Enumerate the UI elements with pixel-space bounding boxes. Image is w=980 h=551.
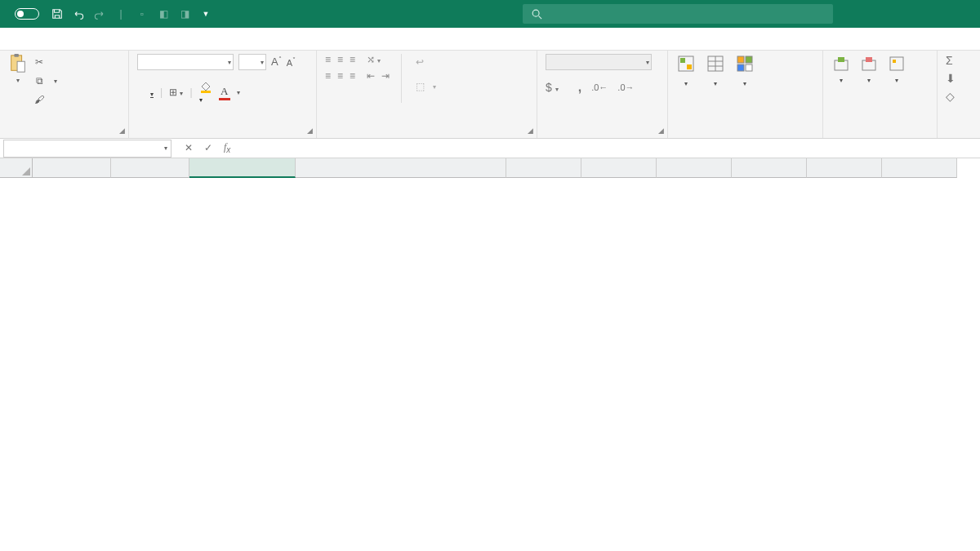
underline-button[interactable]: ▾ — [150, 86, 154, 100]
group-editing: Σ ⬇ ◇ — [938, 51, 970, 138]
clear-icon[interactable]: ◇ — [946, 90, 955, 103]
insert-cells-button[interactable]: ▾ — [831, 54, 851, 84]
ribbon-tabs — [0, 28, 980, 51]
increase-decimal-icon[interactable]: .0← — [591, 82, 608, 92]
col-header-A[interactable] — [33, 158, 111, 178]
cell-styles-icon — [735, 54, 755, 73]
svg-rect-15 — [737, 64, 744, 71]
accounting-button[interactable]: $ ▾ — [546, 81, 559, 94]
qat-misc2-icon[interactable]: ◧ — [157, 7, 170, 20]
decrease-font-icon[interactable]: A˅ — [287, 56, 296, 68]
group-styles-label — [676, 135, 814, 136]
group-number-label — [546, 135, 659, 136]
comma-button[interactable]: , — [578, 80, 581, 95]
chevron-down-icon[interactable]: ▾ — [16, 77, 20, 84]
svg-rect-21 — [890, 57, 903, 70]
col-header-F[interactable] — [581, 158, 657, 178]
qat-sep: | — [114, 7, 127, 20]
svg-rect-16 — [746, 64, 752, 71]
fx-icon[interactable]: fx — [224, 141, 230, 154]
wrap-text-button[interactable]: ↩ — [413, 54, 436, 70]
enter-formula-icon[interactable]: ✓ — [204, 142, 212, 153]
save-icon[interactable] — [51, 7, 64, 20]
conditional-formatting-button[interactable]: ▾ — [676, 54, 696, 88]
name-box[interactable]: ▾ — [3, 140, 172, 158]
search-box[interactable] — [523, 4, 833, 24]
merge-center-button[interactable]: ⬚ ▾ — [413, 78, 436, 95]
align-top-icon[interactable]: ≡ — [325, 54, 331, 65]
autosum-icon[interactable]: Σ — [946, 54, 953, 67]
font-color-button[interactable]: A — [219, 85, 230, 100]
align-center-icon[interactable]: ≡ — [337, 70, 343, 82]
format-cells-icon — [887, 54, 906, 73]
number-format-select[interactable]: ▾ — [546, 54, 652, 70]
svg-rect-20 — [866, 57, 872, 62]
redo-icon[interactable] — [93, 7, 106, 20]
format-as-table-button[interactable]: ▾ — [706, 54, 725, 88]
chevron-down-icon: ▾ — [646, 59, 649, 66]
qat-misc1-icon[interactable]: ▫ — [136, 7, 149, 20]
undo-icon[interactable] — [72, 7, 85, 20]
font-size-select[interactable]: ▾ — [238, 54, 266, 70]
col-header-E[interactable] — [506, 158, 581, 178]
search-icon — [531, 8, 542, 20]
increase-font-icon[interactable]: A˄ — [271, 56, 282, 68]
col-header-G[interactable] — [657, 158, 732, 178]
align-left-icon[interactable]: ≡ — [325, 70, 331, 82]
cell-styles-button[interactable]: ▾ — [735, 54, 755, 88]
qat-customize-icon[interactable]: ▼ — [199, 7, 212, 20]
copy-button[interactable]: ⧉▾ — [33, 73, 57, 89]
align-bottom-icon[interactable]: ≡ — [350, 54, 355, 65]
fill-color-button[interactable]: ▾ — [199, 80, 212, 104]
title-bar: | ▫ ◧ ◨ ▼ — [0, 0, 980, 28]
group-font: ▾ ▾ A˄ A˅ ▾ | ⊞ ▾ | ▾ A▾ ◢ — [129, 51, 317, 138]
clipboard-launcher-icon[interactable]: ◢ — [119, 127, 125, 135]
increase-indent-icon[interactable]: ⇥ — [381, 70, 390, 82]
decrease-decimal-icon[interactable]: .0→ — [617, 82, 634, 92]
autosave-toggle[interactable] — [15, 8, 39, 20]
group-styles: ▾ ▾ ▾ — [668, 51, 823, 138]
svg-point-0 — [532, 10, 539, 16]
svg-rect-18 — [838, 57, 844, 62]
col-header-H[interactable] — [732, 158, 807, 178]
svg-rect-7 — [680, 58, 685, 63]
col-header-B[interactable] — [111, 158, 189, 178]
cut-button[interactable]: ✂ — [33, 54, 57, 70]
orientation-icon[interactable]: ⤭ ▾ — [367, 54, 381, 65]
fill-icon[interactable]: ⬇ — [946, 72, 956, 85]
borders-button[interactable]: ⊞ ▾ — [169, 87, 183, 98]
group-cells-label — [831, 135, 929, 136]
col-header-J[interactable] — [882, 158, 957, 178]
col-header-C[interactable] — [189, 158, 296, 178]
merge-icon: ⬚ — [413, 80, 426, 93]
table-icon — [706, 54, 725, 73]
qat-misc3-icon[interactable]: ◨ — [178, 7, 191, 20]
svg-rect-5 — [201, 91, 211, 93]
decrease-indent-icon[interactable]: ⇤ — [367, 70, 375, 82]
copy-icon: ⧉ — [33, 74, 46, 87]
alignment-launcher-icon[interactable]: ◢ — [528, 127, 533, 135]
select-all-corner[interactable] — [0, 158, 33, 178]
number-launcher-icon[interactable]: ◢ — [658, 127, 664, 135]
format-cells-button[interactable]: ▾ — [887, 54, 906, 84]
align-right-icon[interactable]: ≡ — [350, 70, 355, 82]
font-name-select[interactable]: ▾ — [137, 54, 234, 70]
format-painter-button[interactable]: 🖌 — [33, 91, 57, 108]
group-font-label — [137, 135, 308, 136]
autosave-control[interactable] — [10, 8, 39, 20]
font-launcher-icon[interactable]: ◢ — [307, 127, 313, 135]
paste-icon[interactable] — [8, 54, 28, 73]
chevron-down-icon: ▾ — [261, 59, 264, 66]
ribbon: ▾ ✂ ⧉▾ 🖌 ◢ ▾ ▾ A˄ A˅ ▾ | ⊞ ▾ — [0, 51, 980, 139]
cancel-formula-icon[interactable]: ✕ — [185, 142, 193, 153]
col-header-I[interactable] — [807, 158, 882, 178]
insert-cells-icon — [831, 54, 851, 73]
delete-cells-button[interactable]: ▾ — [859, 54, 879, 84]
spreadsheet-grid[interactable] — [0, 158, 980, 178]
search-input[interactable] — [549, 8, 825, 20]
scissors-icon: ✂ — [33, 56, 46, 69]
svg-rect-13 — [737, 56, 744, 63]
col-header-D[interactable] — [296, 158, 506, 178]
svg-rect-22 — [893, 60, 896, 63]
align-middle-icon[interactable]: ≡ — [337, 54, 343, 65]
